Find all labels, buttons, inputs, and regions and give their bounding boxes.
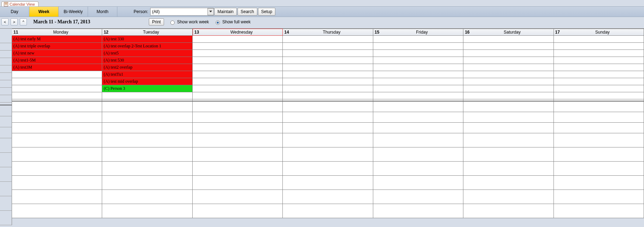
event-item[interactable]: (A) test new <box>12 50 102 57</box>
calendar-cell[interactable] <box>283 85 373 92</box>
view-month-button[interactable]: Month <box>88 7 117 17</box>
calendar-cell[interactable] <box>283 43 373 50</box>
event-item[interactable]: (A) test early M <box>12 36 102 43</box>
calendar-cell[interactable] <box>554 176 644 190</box>
calendar-cell[interactable] <box>554 43 644 50</box>
calendar-cell[interactable] <box>12 85 102 92</box>
calendar-cell[interactable] <box>554 92 644 99</box>
day-header-sat[interactable]: 16Saturday <box>463 29 554 36</box>
calendar-cell[interactable] <box>373 112 463 123</box>
calendar-cell[interactable] <box>283 190 373 204</box>
calendar-cell[interactable] <box>373 190 463 204</box>
calendar-cell[interactable] <box>283 92 373 99</box>
calendar-cell[interactable] <box>193 92 283 99</box>
next-button[interactable]: > <box>11 18 18 25</box>
tab-calendar-view[interactable]: Calendar View <box>1 1 39 6</box>
calendar-cell[interactable] <box>193 57 283 64</box>
day-header-tue[interactable]: 12Tuesday <box>102 29 192 36</box>
calendar-cell[interactable] <box>12 176 102 190</box>
calendar-cell[interactable] <box>193 123 283 133</box>
event-item[interactable]: (A) testTu1 <box>102 71 192 78</box>
print-button[interactable]: Print <box>149 18 164 25</box>
calendar-cell[interactable] <box>373 57 463 64</box>
calendar-cell[interactable] <box>283 57 373 64</box>
calendar-cell[interactable] <box>12 190 102 204</box>
event-item[interactable]: (A) test 330 <box>102 36 192 43</box>
calendar-cell[interactable] <box>283 204 373 218</box>
calendar-cell[interactable] <box>102 162 192 176</box>
calendar-cell[interactable] <box>12 123 102 133</box>
calendar-cell[interactable] <box>193 71 283 78</box>
calendar-cell[interactable] <box>193 64 283 71</box>
calendar-cell[interactable] <box>12 101 102 112</box>
calendar-cell[interactable] <box>373 162 463 176</box>
work-week-radio-input[interactable] <box>170 21 175 25</box>
person-combo[interactable]: (All) <box>150 8 214 16</box>
calendar-cell[interactable] <box>102 123 192 133</box>
calendar-cell[interactable] <box>373 85 463 92</box>
calendar-cell[interactable] <box>463 71 554 78</box>
calendar-cell[interactable] <box>193 101 283 112</box>
event-item[interactable]: (A) test triple overlap <box>12 43 102 50</box>
search-button[interactable]: Search <box>238 8 257 16</box>
calendar-cell[interactable] <box>12 71 102 78</box>
calendar-cell[interactable] <box>193 147 283 162</box>
calendar-cell[interactable] <box>463 85 554 92</box>
calendar-cell[interactable] <box>554 133 644 147</box>
view-biweekly-button[interactable]: Bi-Weekly <box>59 7 88 17</box>
calendar-cell[interactable] <box>463 43 554 50</box>
calendar-cell[interactable] <box>102 92 192 99</box>
calendar-cell[interactable] <box>102 101 192 112</box>
calendar-cell[interactable] <box>283 162 373 176</box>
calendar-cell[interactable] <box>102 133 192 147</box>
calendar-cell[interactable] <box>283 36 373 43</box>
prev-button[interactable]: < <box>1 18 8 25</box>
calendar-cell[interactable] <box>463 57 554 64</box>
calendar-cell[interactable] <box>373 176 463 190</box>
dropdown-arrow-icon[interactable] <box>207 8 214 15</box>
calendar-cell[interactable] <box>463 78 554 85</box>
calendar-cell[interactable] <box>373 133 463 147</box>
calendar-cell[interactable] <box>283 101 373 112</box>
calendar-cell[interactable] <box>554 36 644 43</box>
calendar-cell[interactable] <box>193 162 283 176</box>
event-item[interactable]: (A) test5 <box>102 50 192 57</box>
event-item[interactable]: (A) test1-5M <box>12 57 102 64</box>
calendar-cell[interactable] <box>283 112 373 123</box>
calendar-cell[interactable] <box>463 162 554 176</box>
day-header-mon[interactable]: 11Monday <box>12 29 102 36</box>
calendar-cell[interactable] <box>463 101 554 112</box>
calendar-cell[interactable] <box>283 71 373 78</box>
calendar-cell[interactable] <box>12 92 102 99</box>
calendar-cell[interactable] <box>373 204 463 218</box>
calendar-cell[interactable] <box>463 64 554 71</box>
up-button[interactable]: ^ <box>20 18 27 25</box>
calendar-cell[interactable] <box>373 78 463 85</box>
calendar-cell[interactable] <box>193 190 283 204</box>
calendar-cell[interactable] <box>463 147 554 162</box>
calendar-cell[interactable] <box>463 50 554 57</box>
calendar-cell[interactable] <box>102 176 192 190</box>
calendar-cell[interactable] <box>463 133 554 147</box>
calendar-cell[interactable] <box>193 43 283 50</box>
calendar-cell[interactable] <box>283 50 373 57</box>
calendar-cell[interactable] <box>373 64 463 71</box>
calendar-cell[interactable] <box>102 112 192 123</box>
calendar-cell[interactable] <box>193 50 283 57</box>
calendar-cell[interactable] <box>554 50 644 57</box>
calendar-cell[interactable] <box>554 123 644 133</box>
calendar-cell[interactable] <box>554 162 644 176</box>
calendar-cell[interactable] <box>463 190 554 204</box>
full-week-radio-input[interactable] <box>216 21 220 25</box>
day-header-sun[interactable]: 17Sunday <box>554 29 644 36</box>
calendar-cell[interactable] <box>373 101 463 112</box>
calendar-cell[interactable] <box>463 36 554 43</box>
calendar-cell[interactable] <box>463 204 554 218</box>
calendar-cell[interactable] <box>193 204 283 218</box>
calendar-cell[interactable] <box>554 64 644 71</box>
event-item[interactable]: (A) test overlap 2-Test Location 1 <box>102 43 192 50</box>
event-item[interactable]: (A) test2 overlap <box>102 64 192 71</box>
day-header-fri[interactable]: 15Friday <box>373 29 463 36</box>
calendar-cell[interactable] <box>554 190 644 204</box>
calendar-cell[interactable] <box>193 176 283 190</box>
